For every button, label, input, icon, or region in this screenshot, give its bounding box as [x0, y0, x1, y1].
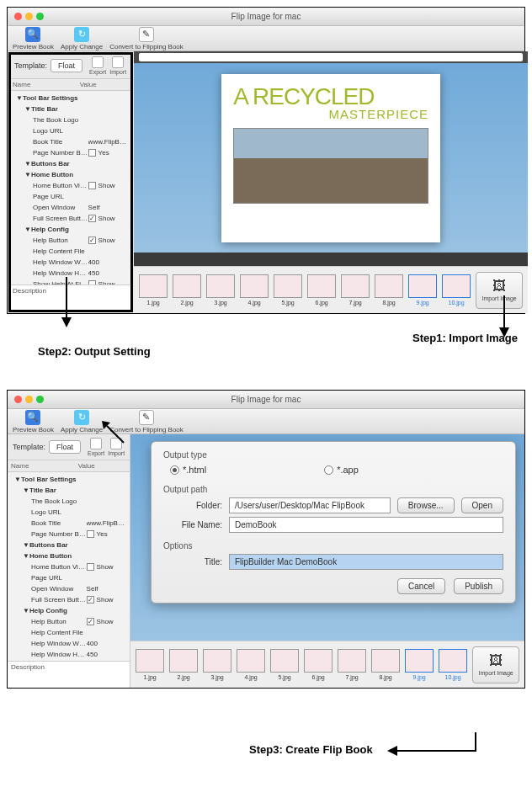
cancel-button[interactable]: Cancel	[397, 578, 445, 594]
title-input[interactable]: FlipBuilder Mac DemoBook	[229, 554, 503, 570]
svg-marker-1	[499, 327, 509, 338]
setting-row[interactable]: Page URL	[11, 572, 126, 583]
settings-tree[interactable]: ▼Tool Bar Settings▼Title BarThe Book Log…	[9, 91, 131, 284]
thumbnail[interactable]: 8.jpg	[375, 274, 403, 306]
setting-row[interactable]: Help Window Width400	[13, 257, 128, 268]
column-headers: NameValue	[8, 460, 130, 472]
thumbnail[interactable]: 3.jpg	[203, 649, 231, 680]
thumbnail[interactable]: 1.jpg	[136, 649, 164, 680]
column-headers: NameValue	[9, 79, 131, 91]
browser-bar	[134, 51, 528, 63]
publish-dialog: Output type *.html *.app Output path Fol…	[151, 441, 516, 604]
apply-change-button[interactable]: ↻Apply Change	[61, 27, 103, 51]
preview-area: A RECYCLED MASTERPIECE 1.jpg2.jpg3.jpg4.…	[134, 51, 528, 313]
thumbnail-strip: 1.jpg2.jpg3.jpg4.jpg5.jpg6.jpg7.jpg8.jpg…	[134, 266, 528, 313]
setting-row[interactable]: Logo URL	[11, 507, 126, 518]
traffic-lights	[14, 396, 44, 403]
setting-row[interactable]: The Book Logo	[11, 496, 126, 507]
thumbnail[interactable]: 3.jpg	[206, 274, 235, 306]
thumbnail[interactable]: 4.jpg	[240, 274, 269, 306]
setting-row[interactable]: Logo URL	[13, 125, 128, 136]
thumbnail[interactable]: 9.jpg	[408, 274, 437, 306]
setting-row[interactable]: Page Number Box On...Yes	[13, 147, 128, 158]
template-select[interactable]: Float	[49, 440, 81, 454]
preview-book-button[interactable]: 🔍Preview Book	[13, 410, 54, 433]
open-button[interactable]: Open	[461, 497, 503, 513]
thumbnail[interactable]: 7.jpg	[338, 649, 366, 680]
thumbnail[interactable]: 1.jpg	[139, 274, 168, 306]
import-image-button[interactable]: 🖼Import Image	[472, 646, 519, 683]
setting-row[interactable]: Help ButtonShow	[11, 616, 126, 627]
radio-app[interactable]: *.app	[324, 465, 359, 475]
player-bar[interactable]	[134, 253, 528, 266]
convert-button[interactable]: ✎Convert to Flipping Book	[109, 27, 184, 51]
setting-row[interactable]: Help Window Height450	[11, 649, 126, 660]
import-button[interactable]: Import	[109, 56, 126, 75]
setting-row[interactable]: Help Content File	[13, 246, 128, 257]
window-titlebar: Flip Image for mac	[8, 391, 524, 409]
description-panel: Description	[8, 661, 130, 688]
template-row: Template: Float Export Import	[9, 53, 131, 79]
thumbnail[interactable]: 2.jpg	[173, 274, 201, 306]
template-label: Template:	[13, 443, 45, 451]
filename-label: File Name:	[163, 520, 222, 529]
setting-row[interactable]: The Book Logo	[13, 114, 128, 125]
traffic-lights	[14, 13, 44, 20]
thumbnail[interactable]: 6.jpg	[304, 649, 332, 680]
thumbnail[interactable]: 7.jpg	[341, 274, 370, 306]
browse-button[interactable]: Browse...	[397, 497, 455, 513]
thumbnail-strip: 1.jpg2.jpg3.jpg4.jpg5.jpg6.jpg7.jpg8.jpg…	[130, 641, 524, 688]
output-path-label: Output path	[163, 485, 503, 494]
thumbnail[interactable]: 4.jpg	[237, 649, 265, 680]
setting-row[interactable]: Book Titlewww.FlipBuilde...	[11, 518, 126, 529]
thumbnail[interactable]: 10.jpg	[442, 274, 471, 306]
settings-sidebar: Template: Float Export Import NameValue …	[8, 434, 130, 688]
folder-input[interactable]: /Users/user/Desktop/Mac FlipBook	[229, 497, 391, 513]
settings-tree[interactable]: ▼Tool Bar Settings▼Title BarThe Book Log…	[8, 472, 130, 661]
thumbnail[interactable]: 8.jpg	[371, 649, 400, 680]
setting-row[interactable]: Book Titlewww.FlipBuilde...	[13, 136, 128, 147]
flipbook-preview[interactable]: A RECYCLED MASTERPIECE	[221, 74, 440, 242]
template-select[interactable]: Float	[51, 59, 82, 72]
preview-book-button[interactable]: 🔍Preview Book	[13, 27, 54, 51]
thumbnail[interactable]: 5.jpg	[274, 274, 302, 306]
publish-button[interactable]: Publish	[454, 578, 503, 594]
window-title: Flip Image for mac	[231, 395, 301, 404]
setting-row[interactable]: Home Button VisibleShow	[11, 561, 126, 572]
thumbnail[interactable]: 5.jpg	[270, 649, 299, 680]
svg-line-4	[107, 426, 124, 443]
main-toolbar: 🔍Preview Book ↻Apply Change ✎Convert to …	[8, 26, 524, 51]
window-title: Flip Image for mac	[231, 12, 301, 21]
setting-row[interactable]: Page URL	[13, 191, 128, 202]
export-button[interactable]: Export	[89, 56, 106, 75]
main-toolbar: 🔍Preview Book ↻Apply Change ✎Convert to …	[8, 409, 524, 434]
setting-row[interactable]: Help Window Width400	[11, 638, 126, 649]
radio-html[interactable]: *.html	[170, 465, 206, 475]
settings-sidebar: Template: Float Export Import NameValue …	[9, 53, 132, 311]
book-title: A RECYCLED	[233, 86, 428, 107]
setting-row[interactable]: Help Content File	[11, 627, 126, 638]
thumbnail[interactable]: 6.jpg	[307, 274, 336, 306]
title-label: Title:	[163, 557, 222, 566]
folder-label: Folder:	[163, 501, 222, 510]
setting-row[interactable]: Page Number Box On...Yes	[11, 529, 126, 540]
setting-row[interactable]: Help ButtonShow	[13, 235, 128, 246]
output-type-label: Output type	[163, 450, 503, 460]
setting-row[interactable]: Home Button VisibleShow	[13, 180, 128, 191]
svg-marker-3	[61, 317, 72, 327]
filename-input[interactable]: DemoBook	[229, 517, 503, 533]
thumbnail[interactable]: 2.jpg	[169, 649, 198, 680]
setting-row[interactable]: Open WindowSelf	[11, 583, 126, 594]
thumbnail[interactable]: 10.jpg	[439, 649, 467, 680]
template-label: Template:	[14, 61, 47, 70]
step2-caption: Step2: Output Setting	[38, 345, 151, 358]
window-titlebar: Flip Image for mac	[8, 8, 524, 26]
thumbnail[interactable]: 9.jpg	[405, 649, 434, 680]
book-photo	[233, 128, 428, 204]
options-label: Options	[163, 541, 503, 550]
setting-row[interactable]: Open WindowSelf	[13, 202, 128, 213]
setting-row[interactable]: Full Screen ButtonShow	[13, 213, 128, 224]
apply-change-button[interactable]: ↻Apply Change	[61, 410, 103, 433]
setting-row[interactable]: Full Screen ButtonShow	[11, 594, 126, 605]
